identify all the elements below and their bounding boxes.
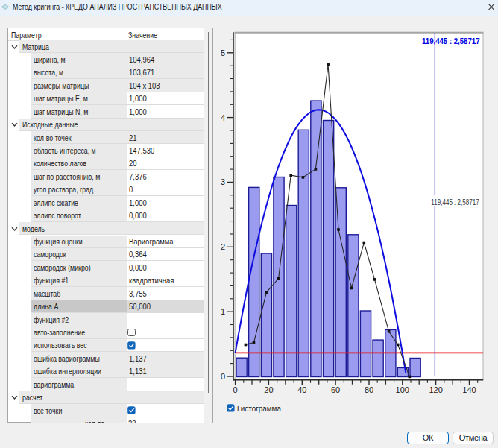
svg-text:5: 5 xyxy=(221,48,225,57)
svg-text:4: 4 xyxy=(221,113,225,122)
svg-text:100: 100 xyxy=(396,385,409,394)
svg-text:60: 60 xyxy=(331,385,340,394)
svg-text:80: 80 xyxy=(365,385,374,394)
svg-text:3: 3 xyxy=(221,177,225,186)
svg-text:20: 20 xyxy=(264,385,273,394)
svg-text:2: 2 xyxy=(221,242,225,251)
svg-text:120: 120 xyxy=(429,385,442,394)
svg-text:119,445 : 2,58717: 119,445 : 2,58717 xyxy=(431,198,479,206)
svg-text:140: 140 xyxy=(462,385,476,394)
svg-text:40: 40 xyxy=(297,385,306,394)
svg-text:0: 0 xyxy=(221,372,225,381)
svg-text:0: 0 xyxy=(233,385,238,394)
svg-text:119,445 : 2,58717: 119,445 : 2,58717 xyxy=(422,37,480,45)
svg-text:1: 1 xyxy=(221,307,225,316)
